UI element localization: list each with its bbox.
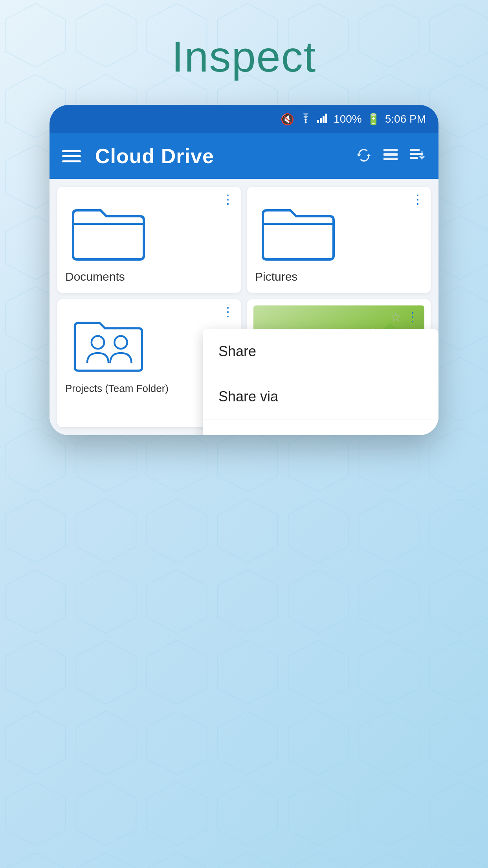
time-text: 5:06 PM (385, 113, 426, 125)
svg-rect-10 (410, 157, 418, 159)
team-folder-icon (65, 307, 152, 378)
phone-frame: 🔇 100% 🔋 5:06 PM (50, 105, 438, 435)
pictures-more-icon[interactable]: ⋮ (411, 193, 424, 206)
documents-more-icon[interactable]: ⋮ (222, 193, 235, 206)
svg-rect-6 (383, 153, 398, 156)
status-icons: 🔇 100% 🔋 5:06 PM (281, 112, 426, 126)
pictures-folder-icon (255, 195, 341, 265)
sync-icon[interactable] (355, 146, 372, 167)
battery-text: 100% (334, 113, 362, 125)
mute-icon: 🔇 (281, 113, 294, 126)
hamburger-line-3 (62, 160, 81, 162)
svg-point-0 (305, 121, 307, 123)
menu-item-share[interactable]: Share (203, 329, 438, 374)
svg-rect-5 (383, 149, 398, 151)
content-area: ⋮ Documents ⋮ Pictures ⋮ (50, 179, 438, 435)
app-bar-title: Cloud Drive (95, 144, 341, 168)
svg-rect-3 (323, 116, 325, 123)
svg-point-11 (92, 336, 104, 349)
list-view-icon[interactable] (382, 146, 399, 167)
menu-item-get-public-link[interactable]: Get public link (203, 419, 438, 435)
context-trigger-icons: ☆ ⋮ (390, 309, 419, 324)
svg-rect-7 (383, 158, 398, 160)
app-bar-actions (355, 146, 426, 167)
hamburger-line-1 (62, 150, 81, 152)
context-menu: ☆ ⋮ Share Share via Get public link Dele… (203, 329, 438, 435)
folder-card-documents[interactable]: ⋮ Documents (57, 187, 241, 293)
folder-card-pictures[interactable]: ⋮ Pictures (247, 187, 431, 293)
signal-icon (317, 113, 329, 126)
app-bar: Cloud Drive (50, 133, 438, 179)
hamburger-line-2 (62, 155, 81, 157)
battery-icon: 🔋 (367, 113, 380, 126)
hamburger-menu-button[interactable] (62, 150, 81, 162)
svg-rect-4 (325, 114, 327, 123)
wifi-icon (299, 112, 312, 126)
status-bar: 🔇 100% 🔋 5:06 PM (50, 105, 438, 133)
page-title: Inspect (172, 31, 317, 81)
menu-item-share-via[interactable]: Share via (203, 374, 438, 419)
documents-label: Documents (65, 270, 233, 283)
sort-icon[interactable] (409, 146, 426, 167)
svg-rect-9 (410, 153, 423, 155)
svg-rect-1 (317, 120, 319, 123)
more-trigger-icon[interactable]: ⋮ (406, 309, 419, 324)
projects-more-icon[interactable]: ⋮ (222, 305, 235, 318)
svg-rect-8 (410, 149, 420, 151)
star-outline-icon[interactable]: ☆ (390, 309, 402, 324)
svg-rect-2 (320, 118, 322, 123)
svg-point-12 (114, 336, 127, 349)
pictures-label: Pictures (255, 270, 423, 283)
folder-grid-top: ⋮ Documents ⋮ Pictures (57, 187, 431, 293)
documents-folder-icon (65, 195, 152, 265)
